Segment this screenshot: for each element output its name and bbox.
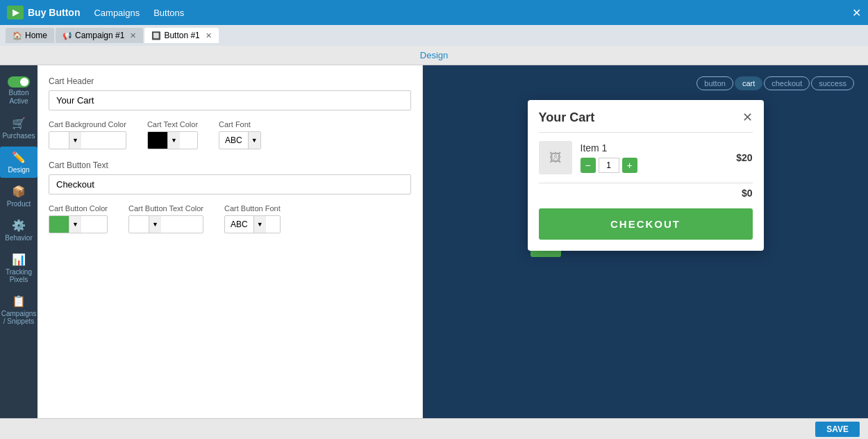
button-icon: 🔲 <box>151 31 161 40</box>
cart-button-font-picker[interactable]: ABC ▼ <box>224 215 281 233</box>
tab-bar: 🏠 Home 📢 Campaign #1 ✕ 🔲 Button #1 ✕ <box>0 25 868 46</box>
buttons-nav-link[interactable]: Buttons <box>153 8 184 18</box>
qty-input[interactable] <box>599 158 619 173</box>
sidebar-item-product-label: Product <box>7 200 31 208</box>
sidebar-item-product[interactable]: 📦 Product <box>0 181 37 212</box>
campaign-icon: 📢 <box>62 31 72 40</box>
sidebar-item-design-label: Design <box>8 166 29 174</box>
cart-font-dropdown[interactable]: ▼ <box>248 132 260 149</box>
app-logo: ▶ Buy Button <box>7 6 80 19</box>
nav-links: Campaigns Buttons <box>94 8 184 18</box>
qty-decrease-button[interactable]: − <box>581 158 596 173</box>
cart-button-swatch <box>49 216 69 233</box>
content-panel: Cart Header Cart Background Color ▼ Cart… <box>37 65 423 418</box>
campaigns-nav-link[interactable]: Campaigns <box>94 8 140 18</box>
design-sidebar-icon: ✏️ <box>12 151 26 164</box>
sidebar-item-purchases[interactable]: 🛒 Purchases <box>0 113 37 144</box>
behavior-icon: ⚙️ <box>12 219 26 232</box>
sidebar-item-purchases-label: Purchases <box>2 132 35 140</box>
checkout-button[interactable]: CHECKOUT <box>539 208 753 240</box>
cart-button-font-value: ABC <box>225 217 253 232</box>
app-title: Buy Button <box>28 7 80 18</box>
sidebar-item-tracking[interactable]: 📊 TrackingPixels <box>0 249 37 288</box>
cart-text-color-dropdown[interactable]: ▼ <box>167 132 180 149</box>
cart-modal-header: Your Cart ✕ <box>528 100 764 132</box>
cart-button-color-picker[interactable]: ▼ <box>49 215 108 233</box>
tab-button-close[interactable]: ✕ <box>206 31 212 40</box>
preview-tabs: button cart checkout success <box>696 76 854 90</box>
cart-total-row: $0 <box>528 183 764 206</box>
main-layout: ButtonActive 🛒 Purchases ✏️ Design 📦 Pro… <box>0 65 868 418</box>
cart-button-font-dropdown[interactable]: ▼ <box>253 216 266 233</box>
cart-font-value: ABC <box>219 133 248 148</box>
cart-button-text-input[interactable] <box>49 174 411 194</box>
sidebar: ButtonActive 🛒 Purchases ✏️ Design 📦 Pro… <box>0 65 37 418</box>
item-qty-control: − + <box>581 158 728 173</box>
campaigns-icon: 📋 <box>12 295 26 308</box>
cart-item: 🖼 Item 1 − + $20 <box>528 133 764 183</box>
save-button[interactable]: SAVE <box>815 422 860 437</box>
preview-tab-checkout[interactable]: checkout <box>764 76 810 90</box>
item-thumbnail: 🖼 <box>539 141 572 174</box>
cart-button-text-color-label: Cart Button Text Color <box>128 204 203 213</box>
design-bar: Design <box>0 46 868 65</box>
qty-increase-button[interactable]: + <box>622 158 637 173</box>
cart-button-text-color-picker[interactable]: ▼ <box>128 215 203 233</box>
cart-text-color-label: Cart Text Color <box>147 120 198 129</box>
sidebar-item-behavior[interactable]: ⚙️ Behavior <box>0 215 37 246</box>
cart-total: $0 <box>742 188 753 199</box>
cart-bg-color-label: Cart Background Color <box>49 120 126 129</box>
preview-tab-cart[interactable]: cart <box>735 76 762 90</box>
tracking-icon: 📊 <box>12 253 26 266</box>
cart-button-font-group: Cart Button Font ABC ▼ <box>224 204 281 233</box>
cart-text-color-group: Cart Text Color ▼ <box>147 120 198 149</box>
cart-button-text-swatch <box>129 216 149 233</box>
cart-button-color-group: Cart Button Color ▼ <box>49 204 108 233</box>
tab-home-label: Home <box>25 31 47 40</box>
cart-bg-color-picker[interactable]: ▼ <box>49 131 126 149</box>
sidebar-item-campaigns-label: Campaigns/ Snippets <box>1 310 37 325</box>
tab-campaign-label: Campaign #1 <box>75 31 124 40</box>
cart-bg-color-dropdown[interactable]: ▼ <box>69 132 81 149</box>
cart-text-color-picker[interactable]: ▼ <box>147 131 198 149</box>
sidebar-item-design[interactable]: ✏️ Design <box>0 147 37 178</box>
design-label[interactable]: Design <box>420 50 448 60</box>
home-icon: 🏠 <box>12 31 22 40</box>
cart-bg-swatch <box>49 132 69 149</box>
cart-button-font-label: Cart Button Font <box>224 204 281 213</box>
tab-home[interactable]: 🏠 Home <box>6 28 54 43</box>
cart-font-group: Cart Font ABC ▼ <box>219 120 261 149</box>
close-icon[interactable]: ✕ <box>852 6 861 19</box>
logo-icon: ▶ <box>7 6 24 19</box>
cart-button-text-color-group: Cart Button Text Color ▼ <box>128 204 203 233</box>
item-price: $20 <box>736 152 752 163</box>
cart-button-text-label: Cart Button Text <box>49 160 411 170</box>
toggle-switch[interactable] <box>8 76 30 88</box>
sidebar-item-behavior-label: Behavior <box>5 234 32 242</box>
sidebar-item-campaigns[interactable]: 📋 Campaigns/ Snippets <box>0 290 37 329</box>
button-active-toggle: ButtonActive <box>8 72 30 110</box>
toggle-label: ButtonActive <box>9 89 29 106</box>
cart-button-color-dropdown[interactable]: ▼ <box>69 216 81 233</box>
tab-button-label: Button #1 <box>164 31 199 40</box>
cart-modal-title: Your Cart <box>539 110 595 125</box>
tab-campaign-close[interactable]: ✕ <box>130 31 136 40</box>
cart-button-color-label: Cart Button Color <box>49 204 108 213</box>
item-details: Item 1 − + <box>581 142 728 173</box>
cart-modal-close[interactable]: ✕ <box>742 110 753 125</box>
bottom-bar: SAVE <box>0 418 868 439</box>
tab-campaign[interactable]: 📢 Campaign #1 ✕ <box>56 28 143 43</box>
tab-button[interactable]: 🔲 Button #1 ✕ <box>144 28 218 43</box>
product-icon: 📦 <box>12 185 26 198</box>
item-name: Item 1 <box>581 142 728 154</box>
preview-panel: button cart checkout success 🛒 Your Cart… <box>423 65 868 418</box>
purchases-icon: 🛒 <box>12 117 26 130</box>
sidebar-item-tracking-label: TrackingPixels <box>6 268 32 283</box>
cart-text-swatch <box>148 132 167 149</box>
cart-modal: Your Cart ✕ 🖼 Item 1 − + $20 <box>528 100 764 251</box>
preview-tab-success[interactable]: success <box>811 76 854 90</box>
preview-tab-button[interactable]: button <box>696 76 733 90</box>
cart-button-text-color-dropdown[interactable]: ▼ <box>149 216 161 233</box>
cart-header-input[interactable] <box>49 90 411 110</box>
cart-font-picker[interactable]: ABC ▼ <box>219 131 261 149</box>
